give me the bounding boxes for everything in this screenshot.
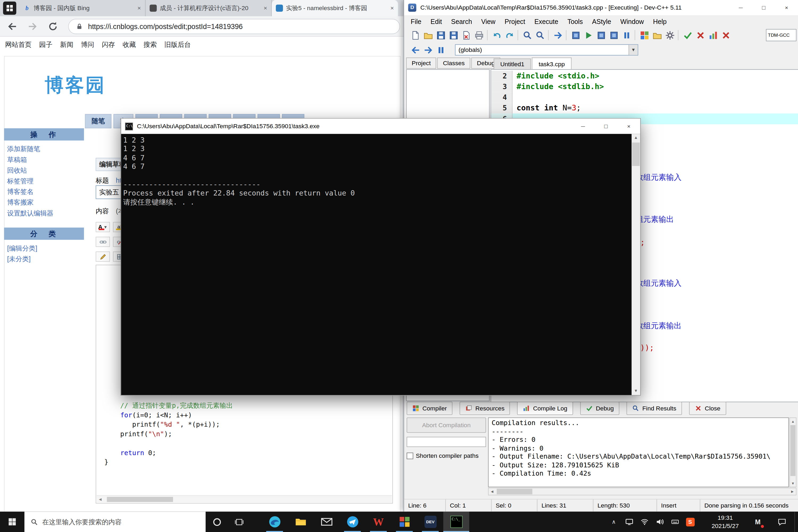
tab-compile-log[interactable]: Compile Log <box>517 402 573 415</box>
mail-taskbar-icon[interactable] <box>314 512 340 532</box>
site-nav-link[interactable]: 博问 <box>81 40 94 49</box>
scroll-thumb[interactable] <box>632 142 640 166</box>
close-button[interactable]: × <box>775 0 798 15</box>
site-nav-link[interactable]: 收藏 <box>122 40 136 49</box>
scroll-track[interactable] <box>104 496 392 502</box>
compile-icon[interactable] <box>570 29 582 41</box>
run-icon[interactable] <box>582 29 595 41</box>
undo-icon[interactable] <box>491 29 503 41</box>
minimize-button[interactable]: ─ <box>729 0 752 15</box>
goto-line-icon[interactable] <box>552 29 565 41</box>
console-close-button[interactable]: × <box>618 119 640 134</box>
menu-astyle[interactable]: AStyle <box>588 18 616 25</box>
devcpp-taskbar-icon[interactable]: DEV <box>417 512 443 532</box>
scroll-down-icon[interactable]: ▼ <box>631 387 640 395</box>
tray-m-icon[interactable]: M <box>749 512 766 532</box>
compile-and-run-icon[interactable] <box>595 29 608 41</box>
scroll-thumb[interactable] <box>497 489 532 494</box>
new-file-icon[interactable] <box>409 29 422 41</box>
tab-close-icon[interactable]: × <box>390 4 394 12</box>
network-icon[interactable] <box>639 517 649 527</box>
save-icon[interactable] <box>435 29 448 41</box>
edge-taskbar-icon[interactable] <box>262 512 288 532</box>
browser-tab[interactable]: 实验5 - namelessbird - 博客园× <box>272 0 398 16</box>
find-icon[interactable] <box>521 29 534 41</box>
maximize-button[interactable]: □ <box>752 0 775 15</box>
wps-taskbar-icon[interactable]: W <box>365 512 392 532</box>
globals-combo[interactable]: (globals) ▼ <box>455 44 638 56</box>
forward-icon[interactable] <box>27 21 38 31</box>
start-button[interactable] <box>0 512 24 532</box>
menu-edit[interactable]: Edit <box>426 18 446 25</box>
menu-execute[interactable]: Execute <box>530 18 563 25</box>
browser-tab[interactable]: b博客园 - 国内版 Bing× <box>19 0 146 16</box>
touch-keyboard-icon[interactable] <box>670 517 680 527</box>
site-nav-link[interactable]: 闪存 <box>102 40 115 49</box>
tab-close-icon[interactable]: × <box>264 4 267 12</box>
console-maximize-button[interactable]: □ <box>594 119 618 134</box>
console-minimize-button[interactable]: ─ <box>572 119 594 134</box>
sidebar-link[interactable]: 添加新随笔 <box>7 144 84 154</box>
pause-icon[interactable] <box>435 44 448 56</box>
debug-icon[interactable] <box>620 29 633 41</box>
menu-search[interactable]: Search <box>446 18 477 25</box>
continue-icon[interactable] <box>422 44 435 56</box>
tab-resources[interactable]: Resources <box>460 402 510 415</box>
tab-find-results[interactable]: Find Results <box>626 402 682 415</box>
panel-tab-project[interactable]: Project <box>406 57 437 69</box>
sidebar-link[interactable]: 博客搬家 <box>7 197 84 208</box>
back-icon[interactable] <box>409 44 422 56</box>
scroll-left-icon[interactable]: ◄ <box>489 489 496 494</box>
address-url[interactable]: https://i.cnblogs.com/posts/edit;postId=… <box>88 22 243 30</box>
hidden-icons-chevron[interactable]: ∧ <box>609 517 619 527</box>
task-view-button[interactable] <box>228 512 250 532</box>
browser-tab[interactable]: 成员 - 计算机程序设计(c语言)-20× <box>146 0 271 16</box>
menu-project[interactable]: Project <box>500 18 530 25</box>
log-hscrollbar[interactable]: ◄ ► <box>488 488 796 495</box>
search-input[interactable] <box>42 518 190 526</box>
delete-profiling-icon[interactable] <box>720 29 732 41</box>
tab-layout-button[interactable] <box>3 2 16 15</box>
editor-tab[interactable]: Untitled1 <box>494 58 531 69</box>
sidebar-link[interactable]: [未分类] <box>7 253 84 264</box>
scroll-thumb[interactable] <box>790 425 795 476</box>
sogou-icon[interactable]: S <box>685 517 695 527</box>
scroll-track[interactable] <box>496 488 789 495</box>
sidebar-link[interactable]: [编辑分类] <box>7 243 84 253</box>
menu-help[interactable]: Help <box>648 18 671 25</box>
scroll-right-icon[interactable]: ► <box>789 489 796 494</box>
save-all-icon[interactable] <box>448 29 460 41</box>
sidebar-link[interactable]: 草稿箱 <box>7 154 84 165</box>
project-options-icon[interactable] <box>664 29 677 41</box>
redo-icon[interactable] <box>503 29 516 41</box>
cnblogs-logo[interactable]: 博客园 <box>45 73 106 98</box>
console-scrollbar[interactable]: ▲ ▼ <box>631 134 640 395</box>
open-file-icon[interactable] <box>422 29 435 41</box>
sidebar-link[interactable]: 设置默认编辑器 <box>7 208 84 218</box>
link-icon[interactable] <box>96 237 110 247</box>
scroll-up-icon[interactable]: ▲ <box>790 418 796 424</box>
sidebar-link[interactable]: 回收站 <box>7 165 84 175</box>
tab-compiler[interactable]: Compiler <box>407 402 453 415</box>
open-project-icon[interactable] <box>651 29 664 41</box>
display-icon[interactable] <box>624 517 634 527</box>
taskbar-clock[interactable]: 19:31 2021/5/27 <box>705 512 745 532</box>
abort-compile-icon[interactable] <box>694 29 707 41</box>
taskbar-search[interactable] <box>24 512 206 532</box>
close-file-icon[interactable] <box>460 29 473 41</box>
scroll-up-icon[interactable]: ▲ <box>631 134 640 142</box>
rebuild-all-icon[interactable] <box>608 29 620 41</box>
sidebar-link[interactable]: 标签管理 <box>7 175 84 186</box>
print-icon[interactable] <box>473 29 486 41</box>
text-color-icon[interactable]: A▼ <box>96 222 110 232</box>
menu-window[interactable]: Window <box>616 18 648 25</box>
scroll-left-icon[interactable]: ◄ <box>97 497 104 502</box>
check-syntax-icon[interactable] <box>682 29 694 41</box>
compiler-combo[interactable]: TDM-GCC <box>766 29 796 41</box>
replace-icon[interactable] <box>534 29 547 41</box>
address-bar[interactable]: https://i.cnblogs.com/posts/edit;postId=… <box>68 19 400 34</box>
tab-close[interactable]: Close <box>689 402 726 415</box>
site-nav-link[interactable]: 旧版后台 <box>165 40 191 49</box>
editor-tab[interactable]: task3.cpp <box>532 57 571 69</box>
site-nav-link[interactable]: 新闻 <box>60 40 73 49</box>
